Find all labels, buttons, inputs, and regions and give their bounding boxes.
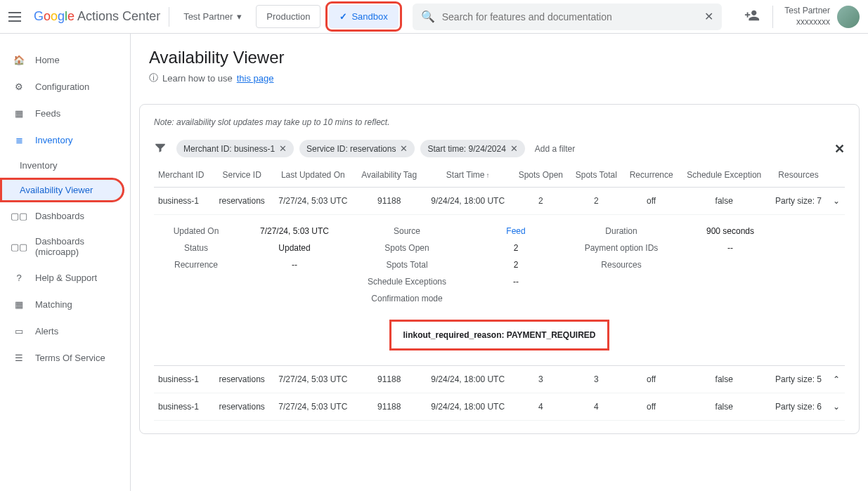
source-link[interactable]: Feed <box>470 226 562 236</box>
content-card: Note: availability slot updates may take… <box>139 104 860 434</box>
dashboard-icon: ▢▢ <box>13 240 25 253</box>
sidebar-item-help[interactable]: ?Help & Support <box>0 264 130 291</box>
table-row[interactable]: business-1 reservations 7/27/24, 5:03 UT… <box>154 366 845 393</box>
grid-icon: ▦ <box>13 107 25 119</box>
col-spots-total[interactable]: Spots Total <box>569 163 623 188</box>
info-icon: ⓘ <box>149 72 158 84</box>
dashboard-icon: ▢▢ <box>13 209 25 222</box>
filter-icon[interactable] <box>154 141 167 156</box>
row-details: Updated On 7/27/24, 5:03 UTC Source Feed… <box>154 215 845 366</box>
sidebar-item-home[interactable]: 🏠Home <box>0 46 130 73</box>
col-spots-open[interactable]: Spots Open <box>512 163 569 188</box>
close-icon[interactable]: ✕ <box>510 143 518 154</box>
sort-asc-icon: ↑ <box>486 171 490 179</box>
sidebar-item-dashboards-micro[interactable]: ▢▢Dashboards (microapp) <box>0 229 130 264</box>
tos-icon: ☰ <box>13 351 25 364</box>
col-availability-tag[interactable]: Availability Tag <box>355 163 424 188</box>
sidebar-item-feeds[interactable]: ▦Feeds <box>0 100 130 126</box>
filter-chip-merchant[interactable]: Merchant ID: business-1✕ <box>176 140 294 157</box>
sidebar-item-inventory-sub[interactable]: Inventory <box>0 153 130 178</box>
close-filters-icon[interactable]: ✕ <box>834 141 845 157</box>
main-content: Availability Viewer ⓘ Learn how to use t… <box>131 34 868 491</box>
col-merchant-id[interactable]: Merchant ID <box>154 163 212 188</box>
note: Note: availability slot updates may take… <box>154 117 845 127</box>
table-row[interactable]: business-1 reservations 7/27/24, 5:03 UT… <box>154 393 845 421</box>
linkout-reason: linkout_required_reason: PAYMENT_REQUIRE… <box>391 322 607 348</box>
production-button[interactable]: Production <box>256 5 320 28</box>
col-start-time[interactable]: Start Time↑ <box>424 163 512 188</box>
match-icon: ▦ <box>13 298 25 310</box>
sidebar-item-matching[interactable]: ▦Matching <box>0 291 130 317</box>
avatar[interactable] <box>837 6 860 28</box>
availability-table: Merchant ID Service ID Last Updated On A… <box>154 163 845 421</box>
sidebar-item-alerts[interactable]: ▭Alerts <box>0 317 130 344</box>
logo: Google Actions Center <box>34 9 160 24</box>
partner-dropdown[interactable]: Test Partner ▾ <box>178 11 247 22</box>
check-icon <box>339 11 347 22</box>
col-schedule-exception[interactable]: Schedule Exception <box>680 163 769 188</box>
help-row: ⓘ Learn how to use this page <box>149 72 850 84</box>
search-icon: 🔍 <box>421 10 435 23</box>
user-block[interactable]: Test Partner xxxxxxxx <box>772 6 860 28</box>
table-row[interactable]: business-1 reservations 7/27/24, 5:03 UT… <box>154 188 845 215</box>
filter-chip-service[interactable]: Service ID: reservations✕ <box>299 140 415 157</box>
product-name: Actions Center <box>77 9 160 24</box>
sidebar-item-availability-viewer[interactable]: Availability Viewer <box>0 178 124 202</box>
col-resources[interactable]: Resources <box>769 163 828 188</box>
close-icon[interactable]: ✕ <box>400 143 408 154</box>
sidebar-item-inventory[interactable]: ≣Inventory <box>0 126 130 153</box>
clear-icon[interactable]: ✕ <box>704 10 713 23</box>
app-header: Google Actions Center Test Partner ▾ Pro… <box>0 0 868 34</box>
col-last-updated[interactable]: Last Updated On <box>271 163 355 188</box>
user-name: Test Partner <box>784 6 830 17</box>
help-link[interactable]: this page <box>237 73 274 84</box>
caret-down-icon: ▾ <box>237 11 242 22</box>
alert-icon: ▭ <box>13 325 25 337</box>
search-box[interactable]: 🔍 ✕ <box>413 4 722 30</box>
chevron-down-icon[interactable]: ⌄ <box>828 188 845 215</box>
sidebar-item-dashboards[interactable]: ▢▢Dashboards <box>0 202 130 229</box>
divider <box>169 7 169 27</box>
chevron-down-icon[interactable]: ⌄ <box>828 393 845 421</box>
list-icon: ≣ <box>13 133 25 146</box>
user-sub: xxxxxxxx <box>784 17 830 28</box>
home-icon: 🏠 <box>13 53 25 66</box>
sidebar: 🏠Home ⚙Configuration ▦Feeds ≣Inventory I… <box>0 34 131 491</box>
page-title: Availability Viewer <box>149 48 850 67</box>
sidebar-item-configuration[interactable]: ⚙Configuration <box>0 73 130 100</box>
chevron-up-icon[interactable]: ⌃ <box>828 366 845 393</box>
help-icon: ? <box>13 271 25 284</box>
add-filter[interactable]: Add a filter <box>535 144 575 154</box>
col-recurrence[interactable]: Recurrence <box>623 163 680 188</box>
sidebar-item-tos[interactable]: ☰Terms Of Service <box>0 344 130 371</box>
col-service-id[interactable]: Service ID <box>212 163 271 188</box>
gear-icon: ⚙ <box>13 80 25 93</box>
filter-row: Merchant ID: business-1✕ Service ID: res… <box>154 140 845 157</box>
filter-chip-start[interactable]: Start time: 9/24/2024✕ <box>420 140 524 157</box>
search-input[interactable] <box>442 11 697 22</box>
close-icon[interactable]: ✕ <box>279 143 287 154</box>
people-icon[interactable] <box>744 8 760 25</box>
hamburger-icon[interactable] <box>8 8 25 25</box>
sandbox-button[interactable]: Sandbox <box>329 5 398 28</box>
